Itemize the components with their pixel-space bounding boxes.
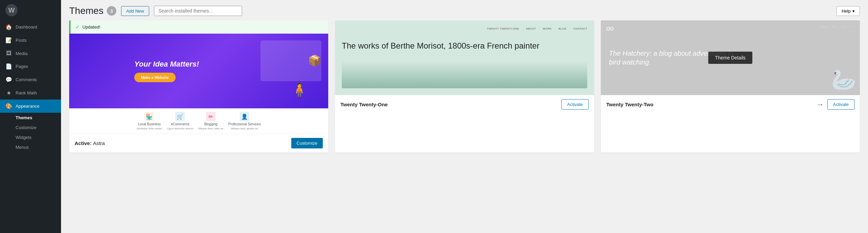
astra-headline: Your Idea Matters!: [134, 60, 199, 69]
sidebar: W 🏠 Dashboard 📝 Posts 🖼 Media 📄 Pages 💬 …: [0, 0, 61, 233]
help-button[interactable]: Help ▾: [836, 6, 860, 16]
sidebar-item-comments[interactable]: 💬 Comments: [0, 73, 61, 86]
sidebar-item-label: Rank Math: [16, 90, 37, 95]
posts-icon: 📝: [5, 37, 12, 43]
bird-icon: 🦢: [831, 68, 856, 92]
theme-card-twentytwentyone: TWENTY TWENTY-ONE ABOUT WORK BLOG CONTAC…: [335, 20, 594, 153]
tt1-site-name: TWENTY TWENTY-ONE: [487, 27, 519, 30]
astra-local-business-icon: 🏪 Local Business Similique notio assim: [137, 112, 162, 130]
tt1-preview: TWENTY TWENTY-ONE ABOUT WORK BLOG CONTAC…: [335, 20, 594, 95]
tt1-nav: TWENTY TWENTY-ONE ABOUT WORK BLOG CONTAC…: [487, 27, 587, 30]
tt2-footer: Twenty Twenty-Two → Activate: [601, 95, 860, 114]
wordpress-logo-area: W: [0, 0, 61, 20]
ecommerce-sub: Ligue distinctio assum: [167, 127, 194, 130]
sidebar-item-label: Appearance: [16, 104, 39, 109]
ecommerce-icon: 🛒: [175, 112, 185, 121]
tt2-bird-decoration: 🦢: [743, 20, 860, 95]
page-title-wrap: Themes 3: [69, 5, 116, 16]
sidebar-item-rank-math[interactable]: ★ Rank Math: [0, 86, 61, 100]
sidebar-item-media[interactable]: 🖼 Media: [0, 47, 61, 60]
topbar: Themes 3 Add New Help ▾: [61, 0, 868, 20]
tt1-activate-button[interactable]: Activate: [561, 99, 589, 110]
tt1-image-decoration: [342, 61, 587, 88]
tt1-screenshot: TWENTY TWENTY-ONE ABOUT WORK BLOG CONTAC…: [335, 20, 594, 95]
appearance-icon: 🎨: [5, 103, 12, 109]
themes-grid: ✓ Updated! Your Idea Matters! Make a Web…: [61, 20, 868, 161]
page-title: Themes: [69, 5, 103, 16]
topbar-left: Themes 3 Add New: [69, 5, 242, 16]
sidebar-submenu-item-themes[interactable]: Themes: [0, 113, 61, 123]
comments-icon: 💬: [5, 76, 12, 83]
tt1-footer: Twenty Twenty-One Activate: [335, 95, 594, 114]
boxes-decoration: 📦: [308, 54, 321, 67]
sidebar-submenu-item-customize[interactable]: Customize: [0, 123, 61, 132]
sidebar-submenu-appearance: Themes Customize Widgets Menus: [0, 113, 61, 152]
tt2-logo: oo: [606, 24, 614, 32]
astra-name: Astra: [93, 140, 105, 146]
tt2-screenshot[interactable]: oo About Blog All Posts The Hatchery: a …: [601, 20, 860, 95]
help-chevron-icon: ▾: [852, 8, 855, 14]
tt2-theme-name: Twenty Twenty-Two: [606, 102, 653, 107]
tt1-nav-blog: BLOG: [558, 27, 567, 30]
tt2-activate-button[interactable]: Activate: [827, 99, 854, 110]
tt2-preview: oo About Blog All Posts The Hatchery: a …: [601, 20, 860, 95]
sidebar-item-posts[interactable]: 📝 Posts: [0, 34, 61, 47]
sidebar-item-label: Comments: [16, 77, 37, 82]
professional-label: Professional Services: [228, 122, 261, 126]
astra-ecommerce-icon: 🛒 eCommerce Ligue distinctio assum: [167, 112, 194, 130]
local-business-sub: Similique notio assim: [137, 127, 162, 130]
astra-professional-icon: 👤 Professional Services Milique distc qi…: [228, 112, 261, 130]
activate-arrow-icon: →: [816, 100, 824, 109]
wp-logo-icon[interactable]: W: [5, 4, 18, 16]
theme-card-twentytwentytwo: oo About Blog All Posts The Hatchery: a …: [601, 20, 860, 153]
add-new-button[interactable]: Add New: [121, 6, 149, 16]
check-icon: ✓: [75, 24, 80, 30]
customize-button[interactable]: Customize: [291, 138, 323, 148]
sidebar-submenu-item-menus[interactable]: Menus: [0, 142, 61, 152]
sidebar-item-label: Pages: [16, 64, 28, 69]
sidebar-submenu-item-widgets[interactable]: Widgets: [0, 132, 61, 142]
main-content: Themes 3 Add New Help ▾ ✓ Updated! Your …: [61, 0, 868, 233]
pages-icon: 📄: [5, 63, 12, 70]
sidebar-item-pages[interactable]: 📄 Pages: [0, 60, 61, 73]
themes-count-badge: 3: [107, 6, 116, 16]
astra-theme-name: Active: Astra: [75, 140, 105, 146]
help-label: Help: [842, 8, 851, 14]
astra-footer: Active: Astra Customize: [69, 134, 328, 153]
astra-blogging-icon: ✏ Blogging Milique distc oatio as: [198, 112, 223, 130]
local-business-label: Local Business: [138, 122, 161, 126]
astra-cta-button[interactable]: Make a Website: [134, 73, 176, 82]
rank-math-icon: ★: [5, 90, 12, 96]
theme-details-overlay[interactable]: Theme Details: [708, 52, 752, 64]
professional-icon: 👤: [240, 112, 249, 121]
blogging-icon: ✏: [206, 112, 216, 121]
theme-card-astra: ✓ Updated! Your Idea Matters! Make a Web…: [69, 20, 328, 153]
updated-text: Updated!: [82, 24, 100, 30]
dashboard-icon: 🏠: [5, 24, 12, 30]
blogging-sub: Milique distc oatio as: [198, 127, 223, 130]
updated-badge: ✓ Updated!: [69, 20, 328, 34]
astra-preview: Your Idea Matters! Make a Website 🧍 📦: [69, 34, 328, 108]
sidebar-item-label: Posts: [16, 38, 27, 43]
astra-screenshot: Your Idea Matters! Make a Website 🧍 📦: [69, 34, 328, 108]
sidebar-item-label: Dashboard: [16, 24, 37, 30]
local-business-icon: 🏪: [144, 112, 154, 121]
tt1-nav-contact: CONTACT: [573, 27, 587, 30]
tt1-theme-name: Twenty Twenty-One: [340, 102, 388, 107]
professional-sub: Milique distc qivatio as: [231, 127, 258, 130]
blogging-label: Blogging: [204, 122, 217, 126]
ecommerce-label: eCommerce: [171, 122, 189, 126]
tt1-nav-work: WORK: [543, 27, 552, 30]
tt1-headline: The works of Berthe Morisot, 1800s-era F…: [342, 40, 539, 51]
media-icon: 🖼: [5, 50, 12, 56]
tt2-activate-wrap: → Activate: [816, 99, 854, 110]
person-figure-decoration: 🧍: [291, 82, 308, 98]
tt1-nav-about: ABOUT: [526, 27, 536, 30]
sidebar-item-appearance[interactable]: 🎨 Appearance: [0, 100, 61, 113]
sidebar-item-label: Media: [16, 51, 27, 56]
active-label: Active:: [75, 140, 93, 146]
search-input[interactable]: [154, 6, 242, 16]
astra-category-icons: 🏪 Local Business Similique notio assim 🛒…: [69, 108, 328, 134]
sidebar-item-dashboard[interactable]: 🏠 Dashboard: [0, 20, 61, 34]
